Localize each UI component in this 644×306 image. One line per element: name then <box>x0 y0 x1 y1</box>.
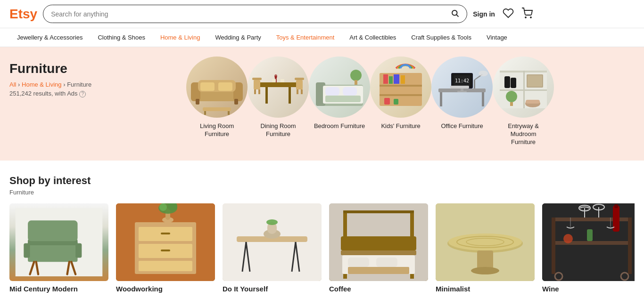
svg-rect-14 <box>228 111 230 115</box>
svg-point-137 <box>563 234 573 243</box>
category-label-entryway: Entryway & Mudroom Furniture <box>497 122 549 146</box>
svg-rect-63 <box>523 71 525 108</box>
category-circle-dining <box>248 56 309 118</box>
svg-rect-114 <box>341 236 416 250</box>
interest-mid-century[interactable]: Mid Century Modern <box>9 203 108 293</box>
nav-vintage[interactable]: Vintage <box>479 28 515 47</box>
svg-rect-111 <box>348 258 369 267</box>
interest-label-wine: Wine <box>542 285 559 293</box>
svg-rect-109 <box>341 250 416 255</box>
category-bedroom[interactable]: Bedroom Furniture <box>314 56 365 146</box>
category-living-room[interactable]: Living Room Furniture <box>191 56 243 146</box>
wishlist-icon[interactable] <box>503 8 514 20</box>
shop-by-interest-section: Shop by interest Furniture <box>0 161 644 302</box>
sign-in-link[interactable]: Sign in <box>473 10 495 18</box>
svg-rect-43 <box>394 74 399 84</box>
nav-toys[interactable]: Toys & Entertainment <box>269 28 342 47</box>
hero-section: Furniture All › Home & Living › Furnitur… <box>0 47 644 161</box>
interest-image-mid-century <box>9 203 108 281</box>
svg-rect-42 <box>389 76 393 84</box>
svg-rect-25 <box>301 89 303 94</box>
interest-label-mid-century: Mid Century Modern <box>9 285 78 293</box>
header-actions: Sign in <box>473 8 533 20</box>
svg-point-36 <box>350 70 362 81</box>
interest-label-minimalist: Minimalist <box>436 285 470 293</box>
svg-rect-20 <box>254 89 256 94</box>
search-input[interactable] <box>51 10 447 18</box>
svg-point-102 <box>266 219 278 225</box>
category-kids[interactable]: Kids' Furniture <box>375 56 427 146</box>
svg-point-0 <box>452 10 457 16</box>
etsy-logo[interactable]: Etsy <box>9 7 37 22</box>
svg-rect-46 <box>394 99 398 105</box>
interest-woodworking[interactable]: Woodworking <box>116 203 215 293</box>
svg-rect-94 <box>223 203 322 281</box>
svg-rect-10 <box>200 82 215 91</box>
nav-home-living[interactable]: Home & Living <box>153 28 208 47</box>
svg-rect-64 <box>504 76 510 88</box>
svg-rect-24 <box>297 89 298 94</box>
interest-wine[interactable]: Wine <box>542 203 635 293</box>
svg-rect-40 <box>380 94 422 96</box>
svg-rect-112 <box>376 258 397 267</box>
search-button[interactable] <box>451 9 459 19</box>
interest-minimalist[interactable]: Minimalist <box>436 203 535 293</box>
category-entryway[interactable]: Entryway & Mudroom Furniture <box>497 56 549 146</box>
svg-rect-138 <box>587 229 593 241</box>
svg-rect-8 <box>196 99 199 105</box>
svg-rect-37 <box>355 80 357 85</box>
breadcrumb-home-living[interactable]: Home & Living <box>22 81 62 88</box>
svg-rect-124 <box>552 241 632 245</box>
svg-rect-21 <box>258 89 260 94</box>
category-office[interactable]: 11:42 Office Furniture <box>436 56 488 146</box>
svg-rect-18 <box>252 78 262 80</box>
interest-grid: Mid Century Modern <box>9 203 635 293</box>
svg-rect-123 <box>552 217 632 221</box>
category-circle-office: 11:42 <box>431 56 493 118</box>
svg-rect-54 <box>461 89 463 91</box>
interest-label-diy: Do It Yourself <box>223 285 268 293</box>
nav-clothing[interactable]: Clothing & Shoes <box>90 28 152 47</box>
shop-interest-subtitle: Furniture <box>9 189 635 196</box>
category-circle-entryway <box>493 56 554 118</box>
svg-point-2 <box>525 17 526 18</box>
results-count: 251,242 results, with Ads ? <box>9 90 91 97</box>
svg-rect-11 <box>218 82 232 91</box>
svg-rect-80 <box>75 243 82 258</box>
category-circle-kids <box>370 56 431 118</box>
nav-wedding[interactable]: Wedding & Party <box>207 28 268 47</box>
interest-diy[interactable]: Do It Yourself <box>223 203 322 293</box>
info-icon[interactable]: ? <box>79 91 86 97</box>
breadcrumb-all[interactable]: All <box>9 81 16 88</box>
svg-rect-69 <box>510 102 513 106</box>
cart-icon[interactable] <box>521 8 533 20</box>
svg-rect-126 <box>628 217 632 274</box>
svg-rect-29 <box>281 79 284 82</box>
svg-rect-9 <box>234 99 238 105</box>
svg-rect-67 <box>528 75 542 87</box>
svg-rect-49 <box>482 92 484 106</box>
svg-rect-87 <box>161 233 170 234</box>
interest-image-wine <box>542 203 635 281</box>
nav-art[interactable]: Art & Collectibles <box>342 28 404 47</box>
svg-rect-71 <box>526 100 540 104</box>
svg-line-1 <box>457 15 459 16</box>
svg-rect-44 <box>401 75 405 84</box>
main-nav: Jewellery & Accessories Clothing & Shoes… <box>0 28 644 47</box>
svg-rect-48 <box>440 92 442 106</box>
search-icon <box>451 9 459 17</box>
svg-rect-81 <box>28 220 77 241</box>
nav-jewellery[interactable]: Jewellery & Accessories <box>9 28 90 47</box>
svg-rect-88 <box>161 250 170 251</box>
svg-point-119 <box>471 267 499 274</box>
site-header: Etsy Sign in <box>0 0 644 28</box>
category-dining-room[interactable]: Dining Room Furniture <box>252 56 304 146</box>
svg-rect-19 <box>254 80 260 89</box>
nav-craft[interactable]: Craft Supplies & Tools <box>404 28 479 47</box>
svg-rect-134 <box>614 204 618 208</box>
svg-rect-79 <box>24 243 30 258</box>
svg-rect-55 <box>457 91 467 92</box>
interest-coffee[interactable]: Coffee <box>329 203 428 293</box>
category-label-bedroom: Bedroom Furniture <box>314 122 365 130</box>
svg-rect-125 <box>552 217 555 274</box>
